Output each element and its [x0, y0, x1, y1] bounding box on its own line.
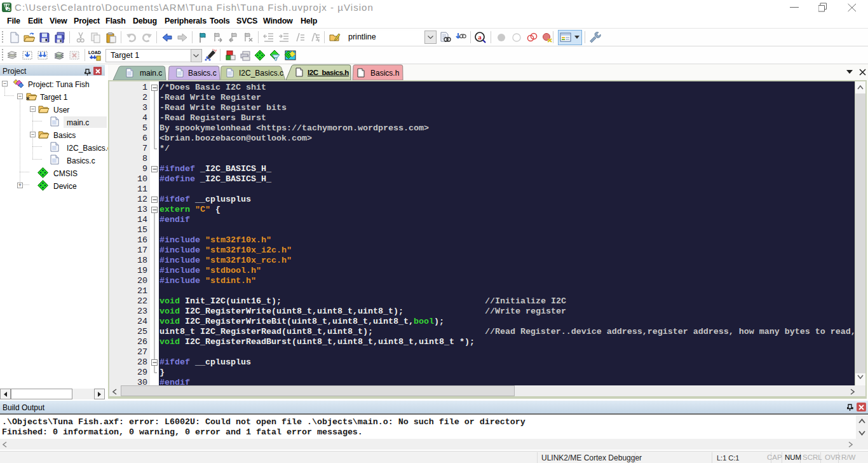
svg-text:5: 5 [8, 7, 10, 11]
svg-text:a: a [478, 33, 482, 41]
svg-text:LOAD: LOAD [88, 50, 101, 55]
